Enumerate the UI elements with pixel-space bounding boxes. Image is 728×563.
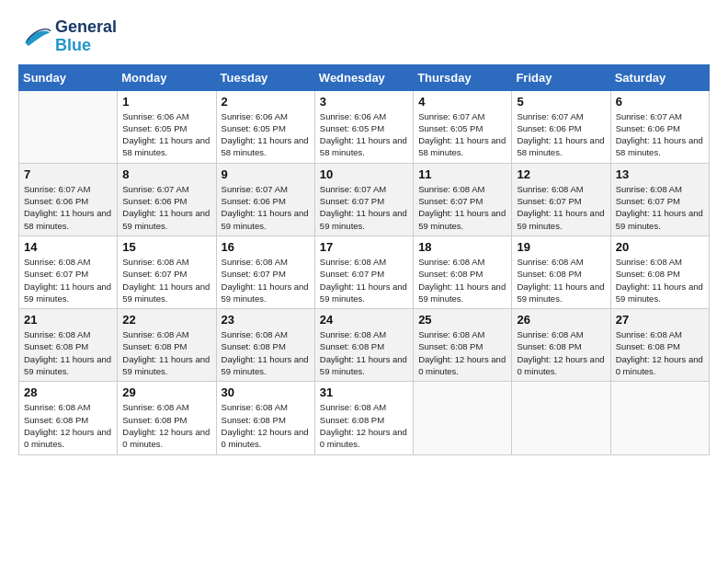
calendar-week-row: 14Sunrise: 6:08 AMSunset: 6:07 PMDayligh… — [19, 236, 710, 308]
calendar-cell: 27Sunrise: 6:08 AMSunset: 6:08 PMDayligh… — [610, 309, 709, 382]
calendar-cell: 14Sunrise: 6:08 AMSunset: 6:07 PMDayligh… — [19, 236, 118, 308]
calendar-cell: 23Sunrise: 6:08 AMSunset: 6:08 PMDayligh… — [216, 309, 314, 382]
day-detail: Sunrise: 6:06 AMSunset: 6:05 PMDaylight:… — [122, 110, 210, 159]
calendar-cell: 18Sunrise: 6:08 AMSunset: 6:08 PMDayligh… — [414, 236, 512, 308]
day-number: 24 — [320, 313, 408, 327]
day-number: 10 — [320, 167, 408, 181]
day-detail: Sunrise: 6:08 AMSunset: 6:08 PMDaylight:… — [122, 328, 210, 377]
page-header: General Blue — [18, 18, 710, 55]
day-detail: Sunrise: 6:07 AMSunset: 6:06 PMDaylight:… — [517, 110, 605, 159]
calendar-cell: 21Sunrise: 6:08 AMSunset: 6:08 PMDayligh… — [19, 309, 118, 382]
calendar-cell: 31Sunrise: 6:08 AMSunset: 6:08 PMDayligh… — [314, 382, 413, 454]
calendar-cell: 13Sunrise: 6:08 AMSunset: 6:07 PMDayligh… — [610, 163, 709, 236]
day-detail: Sunrise: 6:08 AMSunset: 6:08 PMDaylight:… — [418, 328, 506, 377]
day-number: 7 — [24, 167, 112, 181]
day-detail: Sunrise: 6:08 AMSunset: 6:08 PMDaylight:… — [222, 401, 310, 450]
day-number: 2 — [222, 95, 310, 109]
day-number: 4 — [418, 95, 506, 109]
day-number: 26 — [517, 313, 605, 327]
calendar-cell: 22Sunrise: 6:08 AMSunset: 6:08 PMDayligh… — [118, 309, 216, 382]
day-detail: Sunrise: 6:08 AMSunset: 6:08 PMDaylight:… — [24, 401, 112, 450]
day-number: 19 — [517, 240, 605, 254]
day-detail: Sunrise: 6:08 AMSunset: 6:08 PMDaylight:… — [517, 256, 605, 304]
calendar-cell: 16Sunrise: 6:08 AMSunset: 6:07 PMDayligh… — [216, 236, 314, 308]
calendar-cell: 26Sunrise: 6:08 AMSunset: 6:08 PMDayligh… — [512, 309, 610, 382]
calendar-cell: 10Sunrise: 6:07 AMSunset: 6:07 PMDayligh… — [314, 163, 413, 236]
day-number: 29 — [122, 385, 210, 399]
day-detail: Sunrise: 6:08 AMSunset: 6:07 PMDaylight:… — [616, 183, 704, 232]
day-number: 18 — [418, 240, 506, 254]
calendar-header-monday: Monday — [118, 64, 216, 90]
day-detail: Sunrise: 6:07 AMSunset: 6:06 PMDaylight:… — [122, 183, 210, 232]
day-detail: Sunrise: 6:08 AMSunset: 6:08 PMDaylight:… — [616, 328, 704, 377]
day-number: 9 — [222, 167, 310, 181]
calendar-header-thursday: Thursday — [414, 64, 512, 90]
calendar-cell: 4Sunrise: 6:07 AMSunset: 6:05 PMDaylight… — [414, 90, 512, 163]
calendar-cell: 17Sunrise: 6:08 AMSunset: 6:07 PMDayligh… — [314, 236, 413, 308]
calendar-week-row: 1Sunrise: 6:06 AMSunset: 6:05 PMDaylight… — [19, 90, 710, 163]
day-number: 12 — [517, 167, 605, 181]
day-number: 6 — [616, 95, 704, 109]
day-number: 5 — [517, 95, 605, 109]
calendar-header-wednesday: Wednesday — [314, 64, 413, 90]
day-detail: Sunrise: 6:08 AMSunset: 6:08 PMDaylight:… — [222, 328, 310, 377]
day-number: 27 — [616, 313, 704, 327]
calendar-header-saturday: Saturday — [610, 64, 709, 90]
calendar-cell: 15Sunrise: 6:08 AMSunset: 6:07 PMDayligh… — [118, 236, 216, 308]
calendar-cell: 29Sunrise: 6:08 AMSunset: 6:08 PMDayligh… — [118, 382, 216, 454]
logo: General Blue — [18, 18, 117, 55]
day-number: 28 — [24, 385, 112, 399]
day-number: 15 — [122, 240, 210, 254]
day-number: 17 — [320, 240, 408, 254]
calendar-cell: 8Sunrise: 6:07 AMSunset: 6:06 PMDaylight… — [118, 163, 216, 236]
day-detail: Sunrise: 6:08 AMSunset: 6:08 PMDaylight:… — [320, 328, 408, 377]
calendar-cell: 28Sunrise: 6:08 AMSunset: 6:08 PMDayligh… — [19, 382, 118, 454]
day-number: 25 — [418, 313, 506, 327]
day-number: 30 — [222, 385, 310, 399]
calendar-cell: 2Sunrise: 6:06 AMSunset: 6:05 PMDaylight… — [216, 90, 314, 163]
day-number: 8 — [122, 167, 210, 181]
day-detail: Sunrise: 6:08 AMSunset: 6:08 PMDaylight:… — [122, 401, 210, 450]
day-number: 22 — [122, 313, 210, 327]
day-detail: Sunrise: 6:08 AMSunset: 6:07 PMDaylight:… — [517, 183, 605, 232]
calendar-table: SundayMondayTuesdayWednesdayThursdayFrid… — [18, 64, 710, 455]
calendar-cell — [512, 382, 610, 454]
day-number: 13 — [616, 167, 704, 181]
day-detail: Sunrise: 6:07 AMSunset: 6:07 PMDaylight:… — [320, 183, 408, 232]
calendar-header-friday: Friday — [512, 64, 610, 90]
calendar-cell — [610, 382, 709, 454]
logo-bird-icon — [18, 24, 51, 50]
day-detail: Sunrise: 6:07 AMSunset: 6:06 PMDaylight:… — [222, 183, 310, 232]
calendar-cell: 5Sunrise: 6:07 AMSunset: 6:06 PMDaylight… — [512, 90, 610, 163]
day-number: 11 — [418, 167, 506, 181]
calendar-cell: 12Sunrise: 6:08 AMSunset: 6:07 PMDayligh… — [512, 163, 610, 236]
day-number: 3 — [320, 95, 408, 109]
day-detail: Sunrise: 6:08 AMSunset: 6:08 PMDaylight:… — [418, 256, 506, 304]
day-detail: Sunrise: 6:06 AMSunset: 6:05 PMDaylight:… — [320, 110, 408, 159]
calendar-cell: 3Sunrise: 6:06 AMSunset: 6:05 PMDaylight… — [314, 90, 413, 163]
calendar-cell: 20Sunrise: 6:08 AMSunset: 6:08 PMDayligh… — [610, 236, 709, 308]
day-number: 16 — [222, 240, 310, 254]
calendar-header-tuesday: Tuesday — [216, 64, 314, 90]
calendar-header-row: SundayMondayTuesdayWednesdayThursdayFrid… — [19, 64, 710, 90]
calendar-cell: 7Sunrise: 6:07 AMSunset: 6:06 PMDaylight… — [19, 163, 118, 236]
day-detail: Sunrise: 6:07 AMSunset: 6:06 PMDaylight:… — [24, 183, 112, 232]
calendar-cell: 6Sunrise: 6:07 AMSunset: 6:06 PMDaylight… — [610, 90, 709, 163]
calendar-cell: 19Sunrise: 6:08 AMSunset: 6:08 PMDayligh… — [512, 236, 610, 308]
day-detail: Sunrise: 6:06 AMSunset: 6:05 PMDaylight:… — [222, 110, 310, 159]
day-detail: Sunrise: 6:08 AMSunset: 6:07 PMDaylight:… — [320, 256, 408, 304]
day-detail: Sunrise: 6:08 AMSunset: 6:07 PMDaylight:… — [418, 183, 506, 232]
day-detail: Sunrise: 6:07 AMSunset: 6:05 PMDaylight:… — [418, 110, 506, 159]
day-detail: Sunrise: 6:07 AMSunset: 6:06 PMDaylight:… — [616, 110, 704, 159]
calendar-week-row: 28Sunrise: 6:08 AMSunset: 6:08 PMDayligh… — [19, 382, 710, 454]
day-number: 21 — [24, 313, 112, 327]
calendar-header-sunday: Sunday — [19, 64, 118, 90]
calendar-week-row: 21Sunrise: 6:08 AMSunset: 6:08 PMDayligh… — [19, 309, 710, 382]
calendar-cell: 1Sunrise: 6:06 AMSunset: 6:05 PMDaylight… — [118, 90, 216, 163]
calendar-cell: 9Sunrise: 6:07 AMSunset: 6:06 PMDaylight… — [216, 163, 314, 236]
calendar-cell: 25Sunrise: 6:08 AMSunset: 6:08 PMDayligh… — [414, 309, 512, 382]
day-detail: Sunrise: 6:08 AMSunset: 6:08 PMDaylight:… — [24, 328, 112, 377]
day-detail: Sunrise: 6:08 AMSunset: 6:07 PMDaylight:… — [122, 256, 210, 304]
day-number: 14 — [24, 240, 112, 254]
day-detail: Sunrise: 6:08 AMSunset: 6:08 PMDaylight:… — [616, 256, 704, 304]
